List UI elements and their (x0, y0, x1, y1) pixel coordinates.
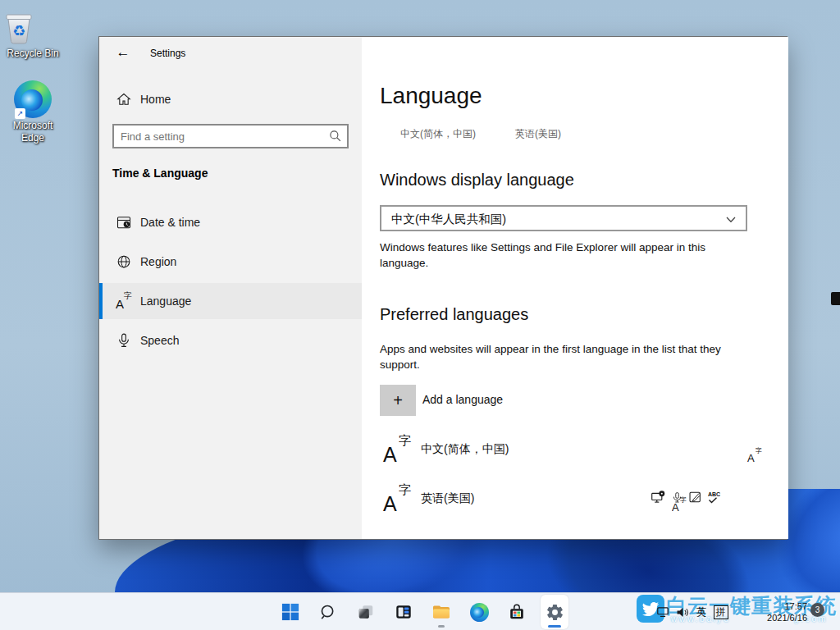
microphone-icon (116, 332, 132, 349)
language-list-item-chinese[interactable]: A 字 中文(简体，中国) A 字 (362, 426, 788, 472)
sidebar-item-region[interactable]: Region (99, 244, 362, 280)
sidebar-item-label: Region (140, 255, 176, 268)
edge-icon (470, 603, 489, 622)
sidebar-home-label: Home (140, 93, 171, 106)
text-services-icon: A 字 (747, 447, 762, 463)
file-explorer-button[interactable] (427, 595, 455, 629)
sidebar-item-label: Speech (140, 334, 179, 347)
network-icon[interactable] (656, 606, 669, 618)
plus-icon: + (380, 385, 416, 416)
tray-time: 17:57 (751, 601, 807, 613)
recycle-bin-icon: ♻ (2, 8, 36, 46)
back-button[interactable]: ← (111, 43, 135, 62)
text-services-icon: A 字 (672, 496, 687, 513)
taskbar: 英 拼 17:57 2021/6/16 (0, 592, 840, 630)
display-language-badge-icon (651, 490, 666, 505)
sidebar-item-speech[interactable]: Speech (99, 322, 362, 358)
notification-badge[interactable]: 3 (810, 603, 824, 617)
language-tab-english[interactable]: 英语(美国) (515, 127, 561, 141)
svg-text:♻: ♻ (12, 23, 25, 39)
taskbar-clock[interactable]: 17:57 2021/6/16 (751, 601, 807, 624)
ime-pinyin-indicator[interactable]: 拼 (714, 605, 728, 619)
language-icon: A 字 (383, 483, 411, 514)
settings-sidebar: Home Time & Language Date & time (99, 37, 362, 539)
file-explorer-icon (431, 603, 451, 621)
dropdown-value: 中文(中华人民共和国) (391, 212, 506, 227)
add-language-label: Add a language (422, 393, 503, 406)
task-view-icon (357, 603, 375, 621)
start-button[interactable] (276, 595, 304, 629)
ime-language-indicator[interactable]: 英 (696, 605, 707, 619)
display-language-description: Windows features like Settings and File … (380, 240, 733, 271)
language-icon: A 字 (116, 292, 132, 310)
language-icon: A 字 (383, 434, 411, 465)
taskbar-search-button[interactable] (314, 595, 342, 629)
edge-icon: ↗ (14, 80, 52, 118)
spellcheck-badge-icon: ABC (708, 491, 720, 504)
preferred-languages-heading: Preferred languages (380, 305, 528, 324)
home-icon (116, 91, 132, 107)
language-list-item-english[interactable]: A 字 英语(美国) A 字 (362, 475, 788, 521)
desktop-icon-microsoft-edge[interactable]: ↗ Microsoft Edge (2, 80, 64, 144)
mouse-cursor (831, 292, 840, 305)
recycle-bin-label: Recycle Bin (2, 48, 64, 60)
language-name: 中文(简体，中国) (421, 442, 509, 457)
page-title: Language (380, 83, 482, 109)
window-title: Settings (150, 48, 185, 59)
date-time-icon (116, 214, 132, 231)
widgets-button[interactable] (390, 595, 418, 629)
sidebar-item-date-time[interactable]: Date & time (99, 204, 362, 240)
gear-icon (546, 603, 564, 622)
preferred-languages-description: Apps and websites will appear in the fir… (380, 342, 751, 372)
find-a-setting-searchbox[interactable] (112, 124, 349, 148)
microsoft-store-button[interactable] (503, 595, 531, 629)
search-icon (329, 130, 341, 142)
display-language-dropdown[interactable]: 中文(中华人民共和国) (380, 205, 747, 231)
running-indicator (438, 625, 445, 628)
settings-taskbar-button[interactable] (541, 595, 568, 629)
globe-icon (116, 253, 132, 270)
settings-content: Language 中文(简体，中国) 英语(美国) Windows displa… (362, 37, 788, 539)
active-app-indicator (548, 625, 561, 628)
search-input[interactable] (121, 126, 326, 147)
shortcut-arrow-icon: ↗ (15, 108, 25, 119)
windows-start-icon (281, 603, 299, 621)
task-view-button[interactable] (352, 595, 380, 629)
handwriting-badge-icon (688, 490, 703, 504)
display-language-heading: Windows display language (380, 171, 574, 189)
widgets-icon (395, 603, 413, 621)
sidebar-item-language[interactable]: A 字 Language (99, 283, 362, 319)
search-icon (319, 603, 337, 621)
sidebar-section-title: Time & Language (112, 167, 208, 180)
settings-window: Home Time & Language Date & time (98, 36, 788, 540)
sidebar-item-label: Date & time (140, 216, 200, 229)
tray-date: 2021/6/16 (751, 613, 807, 624)
store-icon (508, 603, 526, 621)
add-language-button[interactable]: + Add a language (380, 385, 749, 416)
desktop-icon-recycle-bin[interactable]: ♻ Recycle Bin (2, 8, 64, 60)
sidebar-item-home[interactable]: Home (99, 83, 362, 116)
language-tab-chinese[interactable]: 中文(简体，中国) (400, 127, 476, 141)
sidebar-item-label: Language (140, 294, 191, 308)
edge-label: Microsoft Edge (2, 120, 64, 144)
chevron-down-icon (726, 217, 736, 223)
taskbar-edge-button[interactable] (465, 595, 493, 629)
speaker-icon[interactable] (676, 606, 690, 619)
language-name: 英语(美国) (421, 491, 474, 506)
